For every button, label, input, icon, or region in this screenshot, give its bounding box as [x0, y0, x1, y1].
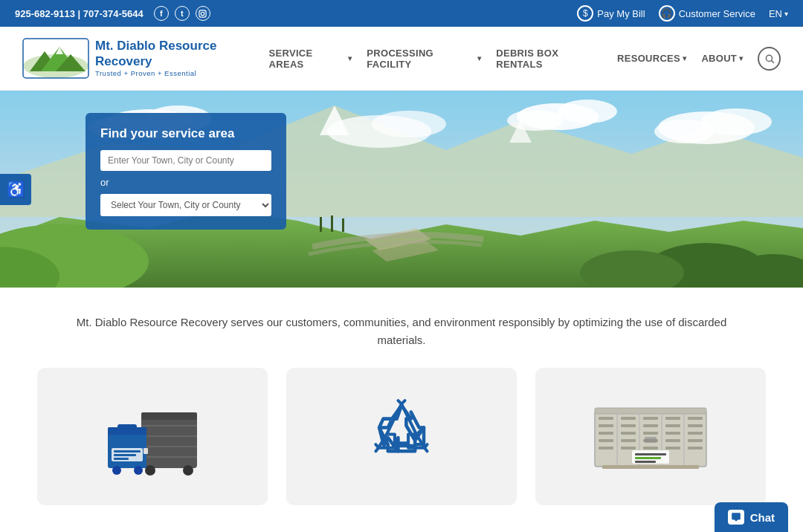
- svg-point-53: [134, 466, 143, 475]
- instagram-icon[interactable]: [196, 6, 210, 21]
- svg-rect-71: [599, 432, 613, 435]
- hero-section: ♿ Find your service area or Select Your …: [0, 91, 803, 288]
- svg-rect-82: [621, 447, 636, 450]
- svg-rect-70: [688, 424, 703, 427]
- logo-tagline: Trusted + Proven + Essential: [95, 69, 269, 77]
- card-trash-icon-area: [37, 368, 268, 494]
- chat-bubble-icon: [731, 512, 741, 522]
- logo-text: Mt. Diablo Resource Recovery Trusted + P…: [95, 39, 269, 77]
- chat-icon: [728, 510, 744, 525]
- svg-rect-65: [688, 417, 703, 420]
- pay-bill-link[interactable]: $ Pay My Bill: [577, 5, 645, 22]
- svg-point-30: [700, 108, 772, 135]
- svg-rect-89: [635, 461, 656, 463]
- card-recycle-icon-area: [286, 368, 517, 494]
- nav-service-areas[interactable]: SERVICE AREAS ▾: [269, 48, 352, 70]
- svg-point-1: [201, 12, 204, 16]
- main-nav: SERVICE AREAS ▾ PROCESSING FACILITY ▾ DE…: [269, 47, 781, 71]
- site-header: Mt. Diablo Resource Recovery Trusted + P…: [0, 27, 803, 91]
- card-debris-box[interactable]: [535, 368, 766, 505]
- svg-point-43: [145, 465, 155, 476]
- about-chevron-icon: ▾: [739, 54, 743, 62]
- svg-marker-22: [372, 239, 439, 262]
- logo-brand-name: Mt. Diablo Resource Recovery: [95, 39, 269, 69]
- trash-cart-illustration: [93, 383, 212, 479]
- svg-marker-21: [364, 228, 431, 250]
- cards-section: [0, 368, 803, 528]
- svg-point-52: [112, 466, 121, 475]
- svg-point-16: [0, 224, 149, 288]
- svg-rect-64: [665, 417, 680, 420]
- svg-rect-69: [665, 424, 680, 427]
- svg-rect-0: [199, 10, 206, 16]
- svg-rect-90: [602, 465, 699, 469]
- card-processing[interactable]: [286, 368, 517, 505]
- phone-number: 925-682-9113 | 707-374-5644: [15, 8, 143, 19]
- logo[interactable]: Mt. Diablo Resource Recovery Trusted + P…: [22, 38, 269, 79]
- top-bar-left: 925-682-9113 | 707-374-5644 f t: [15, 6, 210, 21]
- svg-rect-63: [643, 417, 658, 420]
- accessibility-button[interactable]: ♿: [0, 174, 31, 205]
- top-bar: 925-682-9113 | 707-374-5644 f t $ Pay My…: [0, 0, 803, 27]
- nav-resources[interactable]: RESOURCES ▾: [617, 53, 686, 64]
- svg-marker-14: [509, 120, 532, 143]
- nav-debris-box-rentals[interactable]: DEBRIS BOX RENTALS: [496, 48, 602, 70]
- svg-rect-18: [320, 217, 322, 232]
- svg-rect-72: [621, 432, 636, 435]
- svg-rect-38: [141, 412, 197, 420]
- recycle-icon: [364, 394, 439, 468]
- intro-section: Mt. Diablo Resource Recovery serves our …: [0, 288, 803, 368]
- svg-point-29: [658, 111, 755, 144]
- twitter-icon[interactable]: t: [175, 6, 190, 21]
- top-bar-right: $ Pay My Bill 🎧 Customer Service EN ▾: [577, 5, 788, 22]
- headphone-icon: 🎧: [659, 5, 675, 22]
- svg-rect-48: [114, 450, 141, 452]
- facebook-icon[interactable]: f: [154, 6, 169, 21]
- intro-text: Mt. Diablo Resource Recovery serves our …: [59, 314, 744, 349]
- language-selector[interactable]: EN ▾: [769, 8, 788, 19]
- svg-point-35: [729, 254, 803, 288]
- svg-rect-19: [331, 215, 333, 232]
- svg-rect-54: [143, 448, 148, 454]
- svg-point-2: [204, 11, 205, 12]
- svg-point-31: [654, 120, 714, 143]
- service-area-box: Find your service area or Select Your To…: [86, 113, 286, 230]
- svg-point-44: [183, 465, 193, 476]
- svg-point-17: [0, 247, 59, 288]
- resources-chevron-icon: ▾: [683, 54, 686, 62]
- svg-rect-51: [117, 424, 137, 429]
- svg-point-33: [372, 111, 446, 137]
- svg-rect-80: [688, 439, 703, 442]
- svg-rect-87: [635, 453, 666, 455]
- customer-service-link[interactable]: 🎧 Customer Service: [659, 5, 755, 22]
- nav-about[interactable]: ABOUT ▾: [701, 53, 743, 64]
- search-button[interactable]: [758, 47, 781, 71]
- svg-rect-73: [643, 432, 658, 435]
- service-area-select[interactable]: Select Your Town, City or County: [100, 194, 271, 216]
- svg-rect-84: [665, 447, 680, 450]
- svg-rect-50: [114, 458, 129, 460]
- svg-rect-68: [643, 424, 658, 427]
- svg-rect-61: [599, 417, 613, 420]
- logo-image: [22, 38, 89, 79]
- card-dumpster-icon-area: [535, 368, 766, 494]
- svg-rect-56: [595, 408, 706, 414]
- svg-point-32: [327, 115, 431, 148]
- svg-point-9: [766, 55, 772, 61]
- svg-rect-74: [665, 432, 680, 435]
- svg-rect-20: [342, 218, 344, 232]
- svg-rect-49: [114, 454, 136, 456]
- svg-point-26: [517, 103, 599, 130]
- processing-chevron-icon: ▾: [477, 54, 481, 62]
- svg-point-36: [580, 250, 684, 288]
- nav-processing-facility[interactable]: PROCESSING FACILITY ▾: [367, 48, 481, 70]
- svg-rect-79: [665, 439, 680, 442]
- service-areas-chevron-icon: ▾: [348, 54, 352, 62]
- svg-rect-37: [141, 412, 197, 468]
- card-trash-carts[interactable]: [37, 368, 268, 505]
- chat-button[interactable]: Chat: [715, 502, 788, 528]
- svg-rect-66: [599, 424, 613, 427]
- service-area-input[interactable]: [100, 150, 271, 171]
- svg-point-27: [558, 100, 617, 123]
- svg-point-34: [647, 243, 766, 288]
